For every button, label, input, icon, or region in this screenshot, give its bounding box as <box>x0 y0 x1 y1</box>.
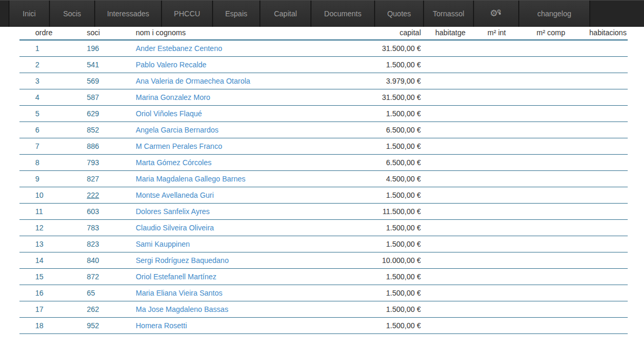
member-name-link[interactable]: Ana Valeria de Ormaechea Otarola <box>136 77 250 85</box>
member-name-link[interactable]: Claudio Silveira Oliveira <box>136 224 214 232</box>
member-name-link[interactable]: Oriol Viñoles Flaqué <box>136 109 202 118</box>
habitatge-cell <box>421 89 480 105</box>
ordre-link[interactable]: 9 <box>35 175 39 183</box>
table-row: 15872Oriol Estefanell Martínez1.500,00 € <box>19 268 628 285</box>
ordre-link[interactable]: 2 <box>35 60 39 69</box>
capital-cell: 1.500,00 € <box>346 268 421 285</box>
ordre-link[interactable]: 3 <box>35 77 39 85</box>
ordre-link[interactable]: 13 <box>35 240 44 248</box>
soci-link[interactable]: 587 <box>87 93 99 102</box>
member-name-link[interactable]: Ma Jose Magdaleno Bassas <box>136 305 228 313</box>
ordre-cell: 15 <box>19 268 84 285</box>
nav-tab-changelog-label: changelog <box>537 9 571 18</box>
ordre-link[interactable]: 14 <box>35 256 44 265</box>
member-name-link[interactable]: Maria Magdalena Gallego Barnes <box>136 175 246 183</box>
ordre-cell: 6 <box>19 122 84 138</box>
member-name-link[interactable]: M Carmen Perales Franco <box>136 142 222 150</box>
member-name-link[interactable]: Angela Garcia Bernardos <box>136 126 218 134</box>
soci-cell: 840 <box>84 252 133 268</box>
habitatge-cell <box>421 122 480 138</box>
soci-link[interactable]: 262 <box>87 305 99 313</box>
table-row: 1665Maria Eliana Vieira Santos1.500,00 € <box>19 285 628 301</box>
soci-cell: 196 <box>84 40 133 56</box>
soci-link[interactable]: 196 <box>87 44 99 53</box>
soci-link[interactable]: 222 <box>87 191 99 199</box>
ordre-link[interactable]: 16 <box>35 289 44 297</box>
ordre-cell: 13 <box>19 236 84 252</box>
nav-tab-quotes[interactable]: Quotes <box>375 1 424 27</box>
ordre-link[interactable]: 17 <box>35 305 44 313</box>
nav-tab-inici-label: Inici <box>23 9 36 18</box>
soci-link[interactable]: 852 <box>87 126 99 134</box>
soci-link[interactable]: 952 <box>87 321 99 330</box>
column-header-habitacions: habitacions <box>588 27 628 40</box>
column-header-m2int: m² int <box>480 27 514 40</box>
member-name-link[interactable]: Marina Gonzalez Moro <box>136 93 210 102</box>
table-row: 9827Maria Magdalena Gallego Barnes4.500,… <box>19 170 628 187</box>
soci-cell: 262 <box>84 301 133 317</box>
m2comp-cell <box>514 170 588 187</box>
ordre-link[interactable]: 15 <box>35 272 44 281</box>
ordre-link[interactable]: 4 <box>35 93 39 102</box>
nav-tab-espais[interactable]: Espais <box>213 1 260 27</box>
soci-link[interactable]: 827 <box>87 175 99 183</box>
nav-tab-documents[interactable]: Documents <box>311 1 375 27</box>
ordre-link[interactable]: 18 <box>35 321 44 330</box>
member-name-link[interactable]: Ander Estebanez Centeno <box>136 44 222 53</box>
table-row: 5629Oriol Viñoles Flaqué1.500,00 € <box>19 105 628 122</box>
ordre-cell: 2 <box>19 56 84 73</box>
soci-link[interactable]: 569 <box>87 77 99 85</box>
soci-link[interactable]: 629 <box>87 109 99 118</box>
ordre-link[interactable]: 7 <box>35 142 39 150</box>
habitacions-cell <box>588 187 628 203</box>
ordre-link[interactable]: 8 <box>35 158 39 167</box>
member-name-link[interactable]: Pablo Valero Recalde <box>136 60 206 69</box>
soci-link[interactable]: 541 <box>87 60 99 69</box>
member-name-link[interactable]: Montse Avellaneda Guri <box>136 191 214 199</box>
capital-cell: 1.500,00 € <box>346 301 421 317</box>
nav-tab-capital[interactable]: Capital <box>260 1 311 27</box>
habitatge-cell <box>421 56 480 73</box>
ordre-cell: 18 <box>19 317 84 333</box>
soci-link[interactable]: 840 <box>87 256 99 265</box>
capital-cell: 31.500,00 € <box>346 40 421 56</box>
habitacions-cell <box>588 170 628 187</box>
nav-tab-settings[interactable]: ⚙⚙ <box>474 1 519 27</box>
member-name-link[interactable]: Marta Gómez Córcoles <box>136 158 212 167</box>
member-name-link[interactable]: Oriol Estefanell Martínez <box>136 272 216 281</box>
soci-link[interactable]: 603 <box>87 207 99 216</box>
member-name-link[interactable]: Homera Rosetti <box>136 321 187 330</box>
member-name-link[interactable]: Maria Eliana Vieira Santos <box>136 289 223 297</box>
nav-tab-interessades[interactable]: Interessades <box>95 1 162 27</box>
m2int-cell <box>480 203 514 219</box>
ordre-link[interactable]: 11 <box>35 207 43 216</box>
nav-tab-changelog[interactable]: changelog <box>519 1 590 27</box>
soci-link[interactable]: 793 <box>87 158 99 167</box>
table-row: 8793Marta Gómez Córcoles6.500,00 € <box>19 154 628 170</box>
member-name-link[interactable]: Sami Kauppinen <box>136 240 190 248</box>
nav-tab-tornassol[interactable]: Tornassol <box>424 1 474 27</box>
habitatge-cell <box>421 219 480 236</box>
ordre-link[interactable]: 1 <box>35 44 39 53</box>
soci-link[interactable]: 783 <box>87 224 99 232</box>
ordre-cell: 16 <box>19 285 84 301</box>
soci-link[interactable]: 886 <box>87 142 99 150</box>
nav-tab-interessades-label: Interessades <box>107 9 149 18</box>
nav-tab-socis[interactable]: Socis <box>50 1 95 27</box>
member-name-link[interactable]: Sergi Rodríguez Baquedano <box>136 256 229 265</box>
soci-link[interactable]: 823 <box>87 240 99 248</box>
table-row: 13823Sami Kauppinen1.500,00 € <box>19 236 628 252</box>
soci-link[interactable]: 872 <box>87 272 99 281</box>
ordre-link[interactable]: 10 <box>35 191 44 199</box>
member-name-link[interactable]: Dolores Sanfelix Ayres <box>136 207 210 216</box>
table-row: 4587Marina Gonzalez Moro31.500,00 € <box>19 89 628 105</box>
ordre-link[interactable]: 12 <box>35 224 44 232</box>
nav-tab-phccu[interactable]: PHCCU <box>162 1 213 27</box>
habitacions-cell <box>588 56 628 73</box>
soci-link[interactable]: 65 <box>87 289 95 297</box>
ordre-link[interactable]: 5 <box>35 109 39 118</box>
capital-cell: 4.500,00 € <box>346 170 421 187</box>
nom-cell: Ana Valeria de Ormaechea Otarola <box>133 73 346 89</box>
ordre-link[interactable]: 6 <box>35 126 39 134</box>
nav-tab-inici[interactable]: Inici <box>9 1 50 27</box>
